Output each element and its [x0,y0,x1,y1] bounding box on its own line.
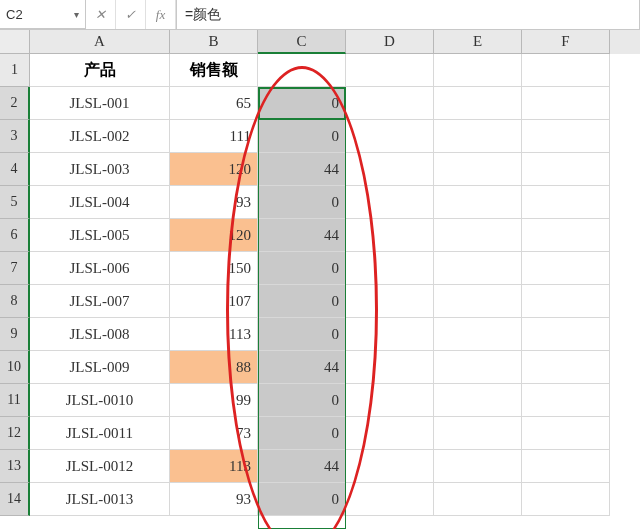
cell-D3[interactable] [346,120,434,153]
cell-A6[interactable]: JLSL-005 [30,219,170,252]
cell-A10[interactable]: JLSL-009 [30,351,170,384]
cell-F11[interactable] [522,384,610,417]
cell-C1[interactable] [258,54,346,87]
cell-B14[interactable]: 93 [170,483,258,516]
cell-B12[interactable]: 73 [170,417,258,450]
row-header[interactable]: 11 [0,384,30,417]
row-header[interactable]: 9 [0,318,30,351]
cell-D2[interactable] [346,87,434,120]
cell-E12[interactable] [434,417,522,450]
col-header-E[interactable]: E [434,30,522,54]
cell-B13[interactable]: 113 [170,450,258,483]
cell-D14[interactable] [346,483,434,516]
cell-B4[interactable]: 120 [170,153,258,186]
cell-B8[interactable]: 107 [170,285,258,318]
cell-E2[interactable] [434,87,522,120]
cell-E11[interactable] [434,384,522,417]
cell-F12[interactable] [522,417,610,450]
cell-C8[interactable]: 0 [258,285,346,318]
cell-C5[interactable]: 0 [258,186,346,219]
cell-A4[interactable]: JLSL-003 [30,153,170,186]
cell-A1[interactable]: 产品 [30,54,170,87]
cell-B7[interactable]: 150 [170,252,258,285]
cell-F5[interactable] [522,186,610,219]
cell-D9[interactable] [346,318,434,351]
cell-F2[interactable] [522,87,610,120]
cell-C7[interactable]: 0 [258,252,346,285]
cell-E4[interactable] [434,153,522,186]
row-header[interactable]: 8 [0,285,30,318]
col-header-A[interactable]: A [30,30,170,54]
cell-C13[interactable]: 44 [258,450,346,483]
col-header-B[interactable]: B [170,30,258,54]
cell-F14[interactable] [522,483,610,516]
cell-B5[interactable]: 93 [170,186,258,219]
cell-B11[interactable]: 99 [170,384,258,417]
row-header[interactable]: 13 [0,450,30,483]
col-header-D[interactable]: D [346,30,434,54]
col-header-F[interactable]: F [522,30,610,54]
cell-D5[interactable] [346,186,434,219]
cell-E5[interactable] [434,186,522,219]
cell-A2[interactable]: JLSL-001 [30,87,170,120]
row-header[interactable]: 6 [0,219,30,252]
row-header[interactable]: 4 [0,153,30,186]
row-header[interactable]: 10 [0,351,30,384]
row-header[interactable]: 12 [0,417,30,450]
cell-B10[interactable]: 88 [170,351,258,384]
cell-A14[interactable]: JLSL-0013 [30,483,170,516]
cell-C9[interactable]: 0 [258,318,346,351]
cell-E13[interactable] [434,450,522,483]
cell-C12[interactable]: 0 [258,417,346,450]
cell-B6[interactable]: 120 [170,219,258,252]
cell-D4[interactable] [346,153,434,186]
cell-F1[interactable] [522,54,610,87]
cell-F6[interactable] [522,219,610,252]
insert-function-button[interactable]: fx [146,0,176,29]
cell-C2[interactable]: 0 [258,87,346,120]
cell-C3[interactable]: 0 [258,120,346,153]
cell-C11[interactable]: 0 [258,384,346,417]
accept-formula-button[interactable]: ✓ [116,0,146,29]
cell-B1[interactable]: 销售额 [170,54,258,87]
cell-F10[interactable] [522,351,610,384]
cell-F4[interactable] [522,153,610,186]
name-box-dropdown-icon[interactable]: ▾ [74,9,79,20]
row-header[interactable]: 2 [0,87,30,120]
cell-E8[interactable] [434,285,522,318]
cell-F3[interactable] [522,120,610,153]
cell-A3[interactable]: JLSL-002 [30,120,170,153]
select-all-corner[interactable] [0,30,30,54]
row-header[interactable]: 7 [0,252,30,285]
cancel-formula-button[interactable]: ✕ [86,0,116,29]
cell-D6[interactable] [346,219,434,252]
cell-C10[interactable]: 44 [258,351,346,384]
cell-E3[interactable] [434,120,522,153]
cell-B2[interactable]: 65 [170,87,258,120]
cell-E10[interactable] [434,351,522,384]
cell-B9[interactable]: 113 [170,318,258,351]
cell-A12[interactable]: JLSL-0011 [30,417,170,450]
cell-F8[interactable] [522,285,610,318]
cell-A11[interactable]: JLSL-0010 [30,384,170,417]
cell-E9[interactable] [434,318,522,351]
cell-D13[interactable] [346,450,434,483]
cell-E1[interactable] [434,54,522,87]
cell-D12[interactable] [346,417,434,450]
cell-A8[interactable]: JLSL-007 [30,285,170,318]
cell-D10[interactable] [346,351,434,384]
row-header[interactable]: 14 [0,483,30,516]
cell-E6[interactable] [434,219,522,252]
col-header-C[interactable]: C [258,30,346,54]
cell-A5[interactable]: JLSL-004 [30,186,170,219]
name-box[interactable]: C2 ▾ [0,0,86,29]
row-header[interactable]: 5 [0,186,30,219]
cell-E7[interactable] [434,252,522,285]
cell-F13[interactable] [522,450,610,483]
cell-A9[interactable]: JLSL-008 [30,318,170,351]
row-header[interactable]: 3 [0,120,30,153]
cell-D8[interactable] [346,285,434,318]
cell-B3[interactable]: 111 [170,120,258,153]
cell-C4[interactable]: 44 [258,153,346,186]
cell-E14[interactable] [434,483,522,516]
